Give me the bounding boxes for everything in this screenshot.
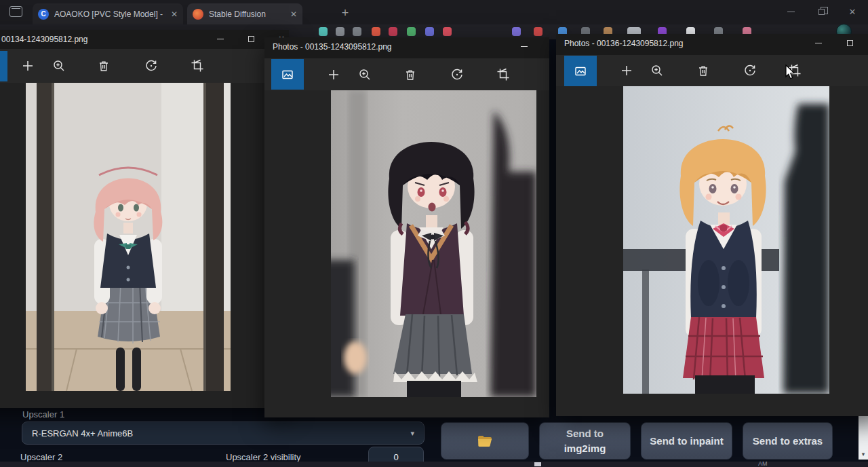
window-titlebar[interactable]: 00134-1243095812.png ✕ [0,30,289,49]
minimize-icon [217,39,224,39]
minimize-icon [787,12,795,12]
image-view-button[interactable] [0,51,7,81]
taskbar-sliver[interactable]: AM [0,462,868,467]
window-minimize-button[interactable] [514,37,534,55]
window-minimize-button[interactable] [808,34,829,52]
taskbar-icon [534,462,541,466]
send-to-img2img-button[interactable]: Send to img2img [539,422,631,460]
delete-button[interactable] [395,60,425,90]
rotate-button[interactable] [136,51,166,81]
browser-restore-button[interactable] [807,0,835,23]
tab-close-icon[interactable]: ✕ [290,10,297,19]
photo-00135 [331,90,536,397]
bookmark-icon[interactable] [389,27,397,36]
window-title: Photos - 00135-1243095812.png [273,42,391,52]
maximize-icon [847,40,853,46]
bookmark-icon[interactable] [512,27,521,36]
anime-girl-blonde-hair-illustration [623,86,829,394]
zoom-button[interactable] [642,56,672,86]
new-tab-button[interactable]: + [336,4,354,22]
photo-00134 [26,83,231,391]
browser-close-button[interactable]: ✕ [838,0,867,23]
civitai-favicon: C [38,9,49,20]
image-view-button[interactable] [271,59,304,90]
upscaler1-value: R-ESRGAN 4x+ Anime6B [32,428,133,438]
bookmark-icon[interactable] [534,27,542,36]
window-titlebar[interactable]: Photos - 00136-1243095812.png [556,34,868,55]
photos-toolbar [556,55,868,86]
photo-canvas [0,83,289,408]
window-title: Photos - 00136-1243095812.png [564,39,683,48]
delete-button[interactable] [688,56,718,86]
zoom-button[interactable] [44,51,74,81]
add-button[interactable] [319,60,349,90]
zoom-button[interactable] [350,60,380,90]
page-scrollbar[interactable]: ▾ [859,416,868,460]
photos-toolbar [0,49,289,83]
upscaler1-label: Upscaler 1 [22,409,64,419]
maximize-icon [248,36,254,42]
crop-button[interactable] [488,60,518,90]
open-folder-button[interactable] [441,422,529,460]
bookmark-icon[interactable] [407,27,416,36]
photos-window-00135: Photos - 00135-1243095812.png [264,37,549,417]
photo-00136 [623,86,829,394]
rotate-button[interactable] [735,56,765,86]
bookmark-icon[interactable] [319,27,328,36]
add-button[interactable] [612,56,642,86]
photos-window-00134: 00134-1243095812.png ✕ [0,30,289,408]
taskbar-clock: AM [758,462,768,467]
tab-close-icon[interactable]: ✕ [171,10,178,19]
photo-canvas [556,86,868,416]
crop-button[interactable] [182,51,212,81]
bookmark-icon[interactable] [353,27,361,36]
minimize-icon [815,43,822,43]
upscaler1-dropdown[interactable]: R-ESRGAN 4x+ Anime6B ▾ [22,422,425,445]
chevron-down-icon: ▾ [410,429,414,438]
tab-actions-icon[interactable] [9,6,22,17]
window-title: 00134-1243095812.png [1,35,87,44]
sd-favicon [193,9,203,20]
window-maximize-button[interactable] [241,30,261,48]
upscaler2-label: Upscaler 2 [20,452,62,462]
scroll-down-icon: ▾ [859,450,868,459]
browser-tab-bar: C AOAOKO [PVC Style Model] - PV ✕ Stable… [0,0,868,24]
image-view-icon [281,68,294,81]
rotate-button[interactable] [442,60,472,90]
upscaler2-visibility-label: Upscaler 2 visibility [226,452,301,462]
mouse-cursor [785,64,799,79]
browser-minimize-button[interactable] [776,0,805,23]
restore-icon [818,9,825,15]
bookmark-icon[interactable] [372,27,380,36]
bookmark-icon[interactable] [425,27,434,36]
photos-window-00136: Photos - 00136-1243095812.png [556,34,868,416]
window-minimize-button[interactable] [210,30,231,48]
anime-girl-black-hair-illustration [331,90,536,397]
anime-girl-pink-hair-illustration [26,83,231,391]
photos-toolbar [264,58,549,90]
image-view-icon [574,64,587,78]
folder-icon [477,435,492,447]
photo-canvas [264,90,549,417]
window-maximize-button[interactable] [840,34,860,52]
window-titlebar[interactable]: Photos - 00135-1243095812.png [264,37,549,58]
send-to-extras-button[interactable]: Send to extras [743,422,833,460]
tab-stable-diffusion[interactable]: Stable Diffusion ✕ [187,3,302,24]
delete-button[interactable] [89,51,119,81]
minimize-icon [521,46,528,47]
tab-title: Stable Diffusion [209,10,285,19]
tab-title: AOAOKO [PVC Style Model] - PV [54,10,165,19]
bookmark-icon[interactable] [336,27,344,36]
bookmark-icon[interactable] [443,27,452,36]
close-icon: ✕ [849,7,856,17]
add-button[interactable] [13,51,43,81]
tab-civitai[interactable]: C AOAOKO [PVC Style Model] - PV ✕ [33,3,183,24]
image-view-button[interactable] [564,56,597,86]
send-to-inpaint-button[interactable]: Send to inpaint [641,422,732,460]
